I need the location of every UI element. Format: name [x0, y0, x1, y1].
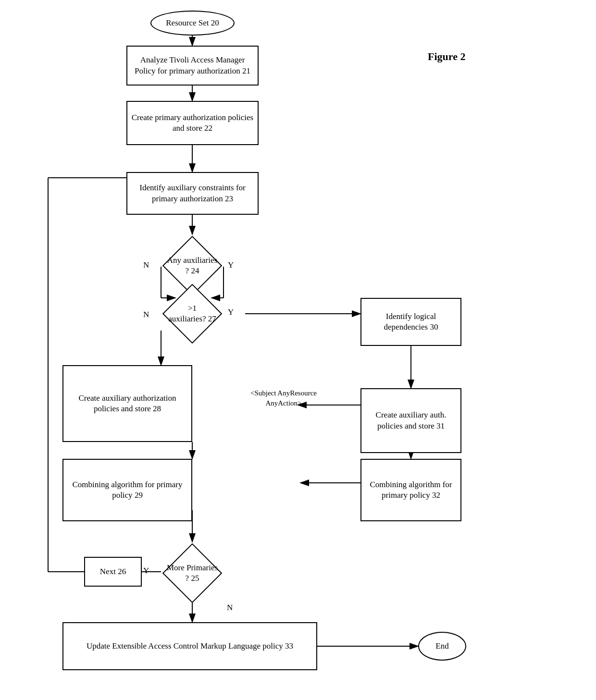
create-primary-node: Create primary authorization policies an… [126, 101, 259, 145]
combining-29-label: Combining algorithm for primary policy 2… [63, 478, 191, 503]
gt1-n-label: N [143, 310, 149, 319]
any-aux-y-label: Y [228, 260, 234, 270]
identify-logical-label: Identify logical dependencies 30 [361, 309, 460, 334]
analyze-node: Analyze Tivoli Access Manager Policy for… [126, 46, 259, 86]
arrows-svg [0, 0, 596, 700]
identify-aux-node: Identify auxiliary constraints for prima… [126, 172, 259, 215]
more-prim-y-label: Y [143, 566, 149, 576]
identify-logical-node: Identify logical dependencies 30 [360, 298, 461, 346]
create-primary-label: Create primary authorization policies an… [127, 111, 258, 135]
more-prim-n-label: N [227, 603, 233, 613]
update-xacml-node: Update Extensible Access Control Markup … [62, 622, 317, 670]
resource-set-node: Resource Set 20 [150, 11, 235, 36]
gt1-y-label: Y [228, 307, 234, 317]
combining-32-node: Combining algorithm for primary policy 3… [360, 459, 461, 521]
figure-title: Figure 2 [428, 50, 465, 63]
diagram-container: Figure 2 [0, 0, 596, 700]
analyze-label: Analyze Tivoli Access Manager Policy for… [127, 53, 258, 78]
create-aux-31-node: Create auxiliary auth. policies and stor… [360, 388, 461, 453]
create-aux-store-node: Create auxiliary authorization policies … [62, 365, 192, 442]
next-node: Next 26 [84, 557, 142, 587]
any-aux-n-label: N [143, 260, 149, 270]
update-xacml-label: Update Extensible Access Control Markup … [83, 639, 297, 653]
end-node: End [418, 632, 466, 661]
subject-label: <Subject AnyResource AnyAction> [236, 388, 332, 408]
more-prim-diamond: More Primaries ? 25 [161, 542, 224, 604]
next-label: Next 26 [96, 565, 130, 579]
resource-set-label: Resource Set 20 [162, 16, 223, 30]
end-label: End [432, 639, 452, 653]
combining-29-node: Combining algorithm for primary policy 2… [62, 459, 192, 521]
gt1-aux-diamond: >1 auxiliaries? 27 [161, 282, 224, 345]
create-aux-31-label: Create auxiliary auth. policies and stor… [361, 408, 460, 433]
create-aux-store-label: Create auxiliary authorization policies … [63, 391, 191, 416]
identify-aux-label: Identify auxiliary constraints for prima… [127, 181, 258, 206]
combining-32-label: Combining algorithm for primary policy 3… [361, 478, 460, 503]
